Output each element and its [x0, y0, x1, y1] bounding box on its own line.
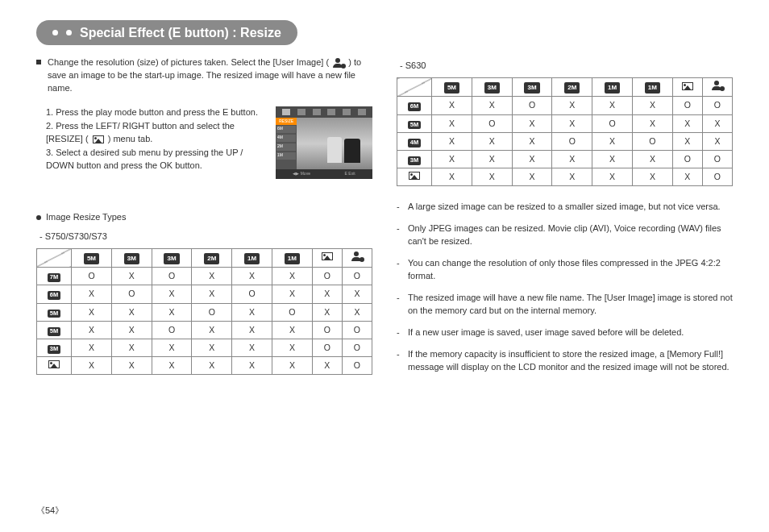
lcd-option: 4M: [276, 135, 296, 142]
resize-menu-icon: [93, 135, 104, 143]
subheading: Image Resize Types: [36, 211, 372, 224]
size-badge: 6M: [48, 291, 60, 300]
size-badge: 3M: [524, 82, 539, 94]
lcd-preview: RESIZE 6M 4M 2M 1M ◀▶ Move E Exit: [276, 106, 372, 179]
lcd-move-label: Move: [301, 171, 310, 176]
steps-and-lcd: 1. Press the play mode button and press …: [36, 106, 372, 179]
image-size-icon: [409, 172, 420, 180]
size-badge: 5M: [48, 310, 60, 318]
square-bullet-icon: [36, 60, 41, 64]
intro-block: Change the resolution (size) of pictures…: [36, 56, 372, 95]
lcd-option: 1M: [276, 152, 296, 160]
step-3: 3. Select a desired sub menu by pressing…: [46, 147, 268, 172]
table-row: 5MXXXOXOXX: [37, 303, 372, 321]
note-item: If the memory capacity is insufficient t…: [397, 348, 733, 374]
step-2: 2. Press the LEFT/ RIGHT button and sele…: [46, 120, 268, 146]
size-badge: 7M: [48, 273, 60, 282]
size-badge: 3M: [484, 82, 500, 94]
resize-table-s750: 5M 3M 3M 2M 1M 1M 7MOXOXXXOO 6MXOXXOXXX …: [36, 248, 372, 376]
page-number: 《54》: [36, 505, 64, 517]
lcd-exit-label: Exit: [348, 171, 355, 176]
image-size-icon: [682, 82, 693, 90]
model-label-2: - S630: [400, 60, 733, 73]
lcd-resize-label: RESIZE: [276, 118, 297, 125]
table-row: 6MXOXXOXXX: [37, 285, 372, 303]
lcd-photo: [297, 118, 372, 169]
size-badge: 1M: [645, 82, 660, 94]
user-image-icon: [351, 251, 363, 261]
step-1: 1. Press the play mode button and press …: [46, 106, 268, 119]
circle-bullet-icon: [36, 215, 41, 220]
table-header-row: 5M 3M 3M 2M 1M 1M: [397, 78, 733, 97]
notes-list: A large sized image can be resized to a …: [397, 201, 733, 373]
resize-table-s630: 5M 3M 3M 2M 1M 1M 6MXXOXXXOO 5MXOXXOXXX …: [397, 77, 733, 186]
note-item: A large sized image can be resized to a …: [397, 201, 733, 214]
table-header-row: 5M 3M 3M 2M 1M 1M: [37, 248, 372, 267]
lcd-body: RESIZE 6M 4M 2M 1M: [276, 118, 372, 169]
table-row: 6MXXOXXXOO: [397, 97, 733, 114]
note-item: Only JPEG images can be resized. Movie c…: [397, 222, 733, 248]
size-badge: 5M: [444, 82, 459, 94]
table-row: XXXXXXXO: [37, 357, 372, 375]
title-dot: [66, 30, 72, 35]
size-badge: 1M: [285, 253, 300, 264]
lcd-option: 6M: [276, 126, 296, 133]
size-badge: 3M: [164, 253, 179, 264]
right-column: - S630 5M 3M 3M 2M 1M 1M 6MXXOXXXOO 5MXO…: [397, 56, 733, 383]
image-size-icon: [48, 360, 60, 368]
table-row: XXXXXXXO: [397, 168, 733, 186]
content-columns: Change the resolution (size) of pictures…: [36, 56, 733, 383]
table-row: 4MXXXOXOXX: [397, 132, 733, 150]
lcd-option: 2M: [276, 143, 296, 151]
left-column: Change the resolution (size) of pictures…: [36, 56, 372, 383]
table-row: 5MXOXXOXXX: [397, 114, 733, 132]
lcd-sidebar: RESIZE 6M 4M 2M 1M: [276, 118, 297, 169]
note-item: The resized image will have a new file n…: [397, 292, 733, 318]
size-badge: 1M: [605, 82, 620, 94]
title-dot: [52, 30, 58, 35]
table-row: 3MXXXXXXOO: [397, 151, 733, 168]
diagonal-header: [397, 78, 432, 97]
size-badge: 6M: [408, 102, 421, 111]
table-row: 5MXXOXXXOO: [37, 321, 372, 339]
size-badge: 5M: [408, 121, 421, 130]
size-badge: 2M: [204, 253, 219, 264]
note-item: If a new user image is saved, user image…: [397, 326, 733, 339]
lcd-tab-bar: [276, 106, 372, 118]
page-title: Special Effect (E button) : Resize: [80, 23, 281, 42]
user-image-icon: [333, 58, 344, 68]
lcd-bottom-bar: ◀▶ Move E Exit: [276, 169, 372, 179]
size-badge: 3M: [48, 345, 60, 354]
table-row: 3MXXXXXXOO: [37, 339, 372, 356]
note-item: You can change the resolution of only th…: [397, 257, 733, 283]
image-size-icon: [322, 252, 333, 260]
size-badge: 5M: [48, 327, 60, 336]
user-image-icon: [712, 81, 723, 90]
table-row: 7MOXOXXXOO: [37, 268, 372, 285]
size-badge: 3M: [124, 253, 139, 264]
size-badge: 1M: [244, 253, 260, 264]
size-badge: 2M: [564, 82, 580, 94]
size-badge: 4M: [408, 139, 421, 148]
diagonal-header: [37, 248, 72, 267]
subheading-text: Image Resize Types: [46, 211, 126, 224]
page-title-bar: Special Effect (E button) : Resize: [36, 20, 297, 45]
size-badge: 3M: [408, 156, 421, 165]
steps-list: 1. Press the play mode button and press …: [36, 106, 268, 179]
size-badge: 5M: [84, 253, 99, 264]
intro-text: Change the resolution (size) of pictures…: [48, 56, 372, 95]
model-label-1: - S750/S730/S73: [39, 231, 372, 243]
